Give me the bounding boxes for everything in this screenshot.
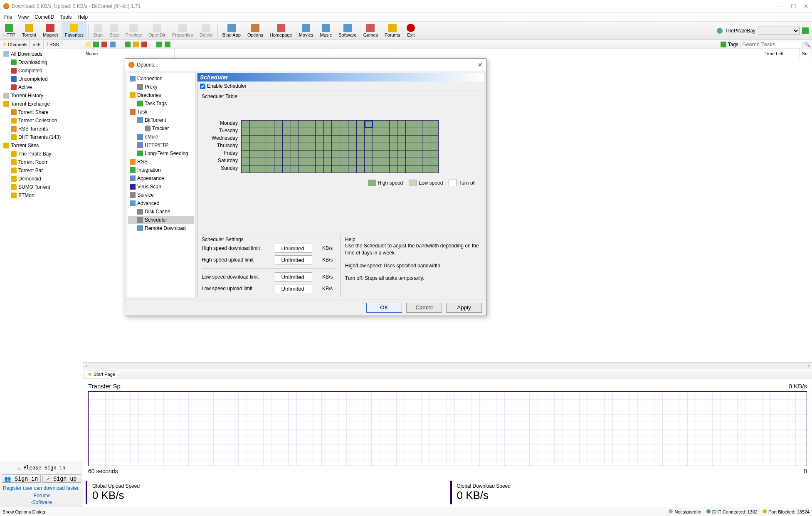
scheduler-cell[interactable] [365, 165, 373, 173]
options-tree-item[interactable]: Task [128, 108, 194, 116]
options-tree-item[interactable]: Advanced [128, 199, 194, 207]
toolbar-forums[interactable]: Forums [381, 22, 403, 40]
toolbar-favorites[interactable]: Favorites [62, 22, 87, 40]
scheduler-cell[interactable] [406, 136, 414, 143]
side-tab-rss[interactable]: ⌇RSS [44, 40, 62, 49]
toolbar-homepage[interactable]: Homepage [267, 22, 296, 40]
scheduler-cell[interactable] [324, 151, 332, 158]
signup-button[interactable]: ✔ Sign up [42, 474, 81, 483]
toolbar-opendir[interactable]: OpenDir [145, 22, 169, 40]
scheduler-cell[interactable] [348, 151, 357, 158]
scheduler-cell[interactable] [332, 143, 340, 151]
scheduler-cell[interactable] [373, 121, 381, 128]
scheduler-cell[interactable] [381, 151, 390, 158]
scheduler-cell[interactable] [332, 128, 340, 136]
scheduler-cell[interactable] [373, 136, 381, 143]
setting-input[interactable] [275, 272, 312, 281]
scheduler-cell[interactable] [373, 158, 381, 165]
scheduler-cell[interactable] [274, 158, 283, 165]
scheduler-cell[interactable] [414, 128, 422, 136]
scheduler-cell[interactable] [430, 165, 439, 173]
sidebar-item[interactable]: Torrent History [2, 91, 83, 100]
scheduler-cell[interactable] [324, 121, 332, 128]
bottom-tab-startpage[interactable]: ◉ Start Page [85, 370, 118, 378]
apply-button[interactable]: Apply [446, 303, 482, 313]
sidebar-item[interactable]: Torrent Sites [2, 141, 83, 150]
scheduler-cell[interactable] [266, 165, 274, 173]
scheduler-cell[interactable] [299, 143, 307, 151]
close-button[interactable]: ✕ [804, 3, 809, 10]
scheduler-cell[interactable] [406, 158, 414, 165]
scheduler-cell[interactable] [274, 143, 283, 151]
options-tree-item[interactable]: Remote Download [128, 224, 194, 232]
scheduler-cell[interactable] [291, 136, 299, 143]
scheduler-cell[interactable] [406, 121, 414, 128]
scheduler-cell[interactable] [242, 165, 250, 173]
scheduler-cell[interactable] [332, 151, 340, 158]
scheduler-cell[interactable] [373, 165, 381, 173]
toolbar-start[interactable]: Start [90, 22, 106, 40]
scheduler-cell[interactable] [250, 136, 258, 143]
scheduler-cell[interactable] [397, 165, 406, 173]
scheduler-cell[interactable] [340, 136, 348, 143]
scheduler-cell[interactable] [373, 128, 381, 136]
scheduler-cell[interactable] [316, 151, 324, 158]
scheduler-cell[interactable] [348, 128, 357, 136]
toolbar-options[interactable]: Options [244, 22, 267, 40]
scheduler-grid[interactable] [241, 120, 439, 173]
action-open-icon[interactable] [85, 42, 91, 47]
scheduler-cell[interactable] [316, 128, 324, 136]
scheduler-cell[interactable] [390, 128, 398, 136]
scheduler-cell[interactable] [422, 158, 431, 165]
scheduler-cell[interactable] [291, 158, 299, 165]
menu-file[interactable]: File [2, 13, 15, 21]
scheduler-cell[interactable] [266, 143, 274, 151]
scheduler-cell[interactable] [274, 136, 283, 143]
menu-help[interactable]: Help [75, 13, 91, 21]
sidebar-item[interactable]: Downloading [2, 58, 83, 67]
scheduler-cell[interactable] [390, 158, 398, 165]
scheduler-cell[interactable] [332, 121, 340, 128]
scheduler-cell[interactable] [406, 165, 414, 173]
options-tree-item[interactable]: Appearance [128, 174, 194, 183]
scheduler-cell[interactable] [332, 136, 340, 143]
scheduler-cell[interactable] [414, 121, 422, 128]
sidebar-item[interactable]: Torrent Room [2, 158, 83, 166]
scheduler-cell[interactable] [316, 136, 324, 143]
scheduler-cell[interactable] [299, 128, 307, 136]
col-seeds[interactable]: Se [800, 49, 812, 58]
sidebar-item[interactable]: Completed [2, 67, 83, 75]
scheduler-cell[interactable] [291, 165, 299, 173]
sidebar-item[interactable]: Torrent Collection [2, 116, 83, 125]
scheduler-cell[interactable] [324, 165, 332, 173]
setting-input[interactable] [275, 255, 312, 264]
action-up-icon[interactable] [133, 42, 139, 47]
scheduler-cell[interactable] [381, 165, 390, 173]
signin-button[interactable]: 👥 Sign in [2, 474, 41, 483]
scheduler-cell[interactable] [357, 128, 365, 136]
scheduler-cell[interactable] [414, 136, 422, 143]
scheduler-cell[interactable] [316, 143, 324, 151]
scheduler-cell[interactable] [430, 158, 439, 165]
scheduler-cell[interactable] [357, 143, 365, 151]
options-tree-item[interactable]: Service [128, 191, 194, 199]
action-stop2-icon[interactable] [141, 42, 147, 47]
sidebar-item[interactable]: Torrent Bar [2, 166, 83, 175]
options-tree-item[interactable]: Integration [128, 166, 194, 174]
scheduler-cell[interactable] [283, 151, 291, 158]
scheduler-cell[interactable] [357, 121, 365, 128]
scheduler-cell[interactable] [266, 158, 274, 165]
toolbar-http[interactable]: HTTP [0, 22, 19, 40]
toolbar-torrent[interactable]: Torrent [19, 22, 39, 40]
scheduler-cell[interactable] [348, 158, 357, 165]
scheduler-cell[interactable] [430, 143, 439, 151]
scheduler-cell[interactable] [299, 151, 307, 158]
scheduler-cell[interactable] [397, 136, 406, 143]
search-provider-select[interactable] [758, 27, 800, 35]
scheduler-cell[interactable] [381, 143, 390, 151]
options-tree-item[interactable]: Scheduler [128, 216, 194, 224]
scheduler-cell[interactable] [365, 151, 373, 158]
scheduler-cell[interactable] [250, 143, 258, 151]
menu-cometid[interactable]: CometID [32, 13, 57, 21]
scheduler-cell[interactable] [357, 136, 365, 143]
